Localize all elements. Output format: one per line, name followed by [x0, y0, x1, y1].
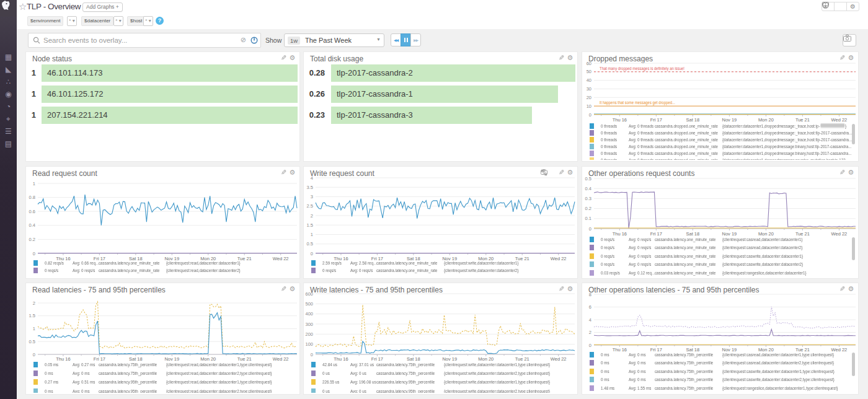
timeframe-value: The Past Week [305, 37, 352, 44]
gear-icon[interactable]: ⚙ [567, 55, 574, 61]
chart-canvas[interactable]: 00.20.40.60.81Thu 16Fri 17Sat 18Nov 19Mo… [26, 167, 301, 262]
chart-canvas[interactable]: 0102030405060Thu 16Fri 17Sat 18Nov 19Mon… [582, 52, 859, 123]
favorite-star-icon[interactable]: ☆ [19, 1, 27, 12]
dashboards-icon[interactable]: ▦ [0, 51, 17, 63]
legend-row[interactable]: 0.27 msAvg: 0.51 mscassandra.latency.95t… [26, 379, 299, 385]
legend-row[interactable]: 0 threadsAvg: 0 threadscassandra.dropped… [582, 157, 857, 160]
toplist-value: 0.26 [304, 86, 325, 103]
chart-canvas[interactable]: 0100200300400500600Thu 16Fri 17Sat 18Nov… [304, 283, 578, 363]
legend-row[interactable]: 0 reqs/sAvg: 0 reqs/scassandra.latency.o… [582, 261, 857, 268]
help-icon[interactable]: ? [156, 17, 164, 25]
legend-tags: {clientrequest:read,datacenter:datacente… [166, 388, 299, 393]
rewind-button[interactable]: ◀◀ [391, 33, 401, 46]
toplist-row: 0.23tlp-2017-cassandra-3 [304, 107, 577, 124]
legend-row[interactable]: 0 threadsAvg: 0 threadscassandra.dropped… [582, 129, 857, 136]
legend-row[interactable]: 1.48 msAvg: 1.55 mscassandra.latency.75t… [582, 385, 857, 392]
no-overlay-icon[interactable]: ⊘ [241, 36, 246, 44]
template-var-host-select[interactable]: * ▾ [143, 16, 153, 26]
legend-tags: {datacenter:datacenter1,droppedmessage:c… [722, 157, 857, 160]
legend-row[interactable]: 226.55 usAvg: 196.08 uscassandra.latency… [304, 379, 577, 385]
legend-row[interactable]: 0 msAvg: 0 mscassandra.latency.75th_perc… [582, 351, 857, 358]
x-tick-label: Nov 19 [722, 117, 737, 123]
legend-metric: cassandra.latency.75th_percentile [99, 362, 166, 367]
legend-row[interactable]: 0 msAvg: 0 mscassandra.latency.95th_perc… [26, 388, 299, 393]
legend-tags: {clientrequest:rangeslice,datacenter:dat… [722, 270, 857, 276]
y-tick-label: 0 [589, 226, 591, 232]
edit-icon[interactable]: ✎ [558, 55, 565, 61]
legend-row[interactable]: 0.82 reqs/sAvg: 0.66 req...cassandra.lat… [26, 260, 299, 266]
legend-row[interactable]: 0 reqs/sAvg: 0 reqs/scassandra.latency.o… [582, 253, 857, 260]
monitors-icon[interactable]: ◉ [0, 88, 17, 100]
legend-value: 0 ms [45, 388, 72, 393]
chart-canvas[interactable]: 00.511.52Thu 16Fri 17Sat 18Nov 19Mon 20T… [26, 283, 301, 363]
toplist-bar: 46.101.114.173 [42, 64, 298, 82]
legend-row[interactable]: 0 msAvg: 0 mscassandra.latency.75th_perc… [582, 376, 857, 383]
legend-row[interactable]: 0 threadsAvg: 0 threadscassandra.dropped… [582, 136, 857, 143]
legend-row[interactable]: 2.59 reqs/sAvg: 2.58 req...cassandra.lat… [304, 260, 577, 266]
legend-avg: Avg: 0.66 req... [73, 260, 99, 266]
legend-row[interactable]: 0 usAvg: 0 uscassandra.latency.75th_perc… [304, 370, 577, 377]
gear-icon[interactable]: ⚙ [289, 55, 296, 61]
add-graphs-button[interactable]: Add Graphs + [82, 2, 123, 12]
y-tick-label: 0.2 [585, 206, 591, 211]
legend-row[interactable]: 0 reqs/sAvg: 0 reqs/scassandra.latency.o… [582, 244, 857, 251]
legend-row[interactable]: 0 threadsAvg: 0 threadscassandra.dropped… [582, 143, 857, 150]
legend-scrollbar[interactable] [852, 124, 855, 144]
apm-icon[interactable]: ⌖ [0, 113, 17, 125]
legend-row[interactable]: 0.03 reqs/sAvg: 0.12 req...cassandra.lat… [582, 270, 857, 276]
legend-scrollbar[interactable] [852, 353, 855, 376]
legend-row[interactable]: 0 threadsAvg: 0 threadscassandra.dropped… [582, 150, 857, 157]
legend-row[interactable]: 0 reqs/sAvg: 0 reqs/scassandra.latency.o… [582, 236, 857, 243]
legend-value: 0 reqs/s [45, 268, 72, 273]
pause-button[interactable] [401, 33, 411, 46]
caret-down-icon: ▾ [73, 18, 75, 24]
event-search-input[interactable]: Search events to overlay... ⊘ [28, 33, 261, 48]
event-power-icon[interactable] [250, 37, 258, 44]
legend-row[interactable]: 0.05 msAvg: 0.27 mscassandra.latency.75t… [26, 361, 299, 368]
legend-avg: Avg: 0 reqs/s [629, 261, 655, 267]
legend-color-swatch [311, 388, 316, 393]
y-tick-label: 40 [587, 77, 591, 83]
legend-value: 2.59 reqs/s [322, 260, 350, 266]
legend-row[interactable]: 42.84 usAvg: 37.01 uscassandra.latency.7… [304, 361, 577, 368]
notebooks-icon[interactable]: ▤ [0, 138, 17, 150]
events-icon[interactable]: ∴ [0, 76, 17, 88]
widget-dropped-messages: Dropped messages✎⚙0102030405060Thu 16Fri… [582, 51, 859, 162]
legend-row[interactable]: 0 threadsAvg: 0 threadscassandra.dropped… [582, 123, 857, 129]
legend-row[interactable]: 0 msAvg: 0 mscassandra.latency.75th_perc… [582, 368, 857, 375]
legend-metric: cassandra.latency.one_minute_rate [655, 237, 722, 242]
marker-label: It happens that some messages get droppe… [600, 100, 675, 105]
metrics-icon[interactable]: ◔ [0, 100, 17, 113]
snapshot-camera-button[interactable] [843, 34, 856, 46]
integrations-icon[interactable]: ☰ [0, 125, 17, 138]
legend-row[interactable]: 0 usAvg: 0 uscassandra.latency.95th_perc… [304, 388, 577, 393]
x-tick-label: Fri 17 [650, 117, 662, 123]
legend-row[interactable]: 0 msAvg: 0 mscassandra.latency.75th_perc… [26, 370, 299, 377]
infrastructure-icon[interactable]: ◣ [0, 63, 17, 76]
forward-button[interactable]: ▶▶ [410, 33, 421, 46]
legend-avg: Avg: 2.58 req... [350, 260, 376, 266]
legend-color-swatch [590, 253, 594, 259]
legend-color-swatch [590, 123, 594, 129]
toplist-label: 46.101.125.172 [47, 89, 103, 99]
legend-avg: Avg: 0 reqs/s [350, 268, 376, 273]
datadog-logo-icon[interactable] [0, 0, 17, 17]
chart-canvas[interactable]: 00.511.522.533.54Thu 16Fri 17Sat 18Nov 1… [304, 167, 578, 262]
chart-canvas[interactable]: 02468Thu 16Fri 17Sat 18Nov 19Mon 20Tue 2… [582, 283, 859, 354]
legend-row[interactable]: 0 reqs/sAvg: 0 reqs/scassandra.latency.o… [304, 267, 577, 274]
legend-row[interactable]: 0 reqs/sAvg: 0 reqs/scassandra.latency.o… [26, 267, 299, 274]
legend-tags: {clientrequest:caswrite,datacenter:datac… [722, 377, 857, 382]
series-line [38, 302, 297, 348]
legend-color-swatch [590, 137, 594, 142]
template-var-environment-select[interactable]: * ▾ [67, 16, 77, 26]
settings-gear-icon[interactable]: ⚙ [846, 2, 859, 11]
legend-row[interactable]: 0 msAvg: 0 mscassandra.latency.75th_perc… [582, 359, 857, 366]
legend-value: 0 threads [601, 137, 628, 142]
legend-metric: cassandra.latency.75th_percentile [655, 377, 722, 382]
chart-canvas[interactable]: 00.10.20.30.40.5Thu 16Fri 17Sat 18Nov 19… [582, 167, 859, 237]
edit-icon[interactable]: ✎ [280, 55, 287, 61]
info-icon[interactable] [834, 2, 847, 11]
legend-scrollbar[interactable] [852, 237, 855, 260]
template-var-datacenter-select[interactable]: * ▾ [113, 16, 123, 26]
timeframe-dropdown[interactable]: 1w The Past Week ▼ [284, 33, 384, 47]
